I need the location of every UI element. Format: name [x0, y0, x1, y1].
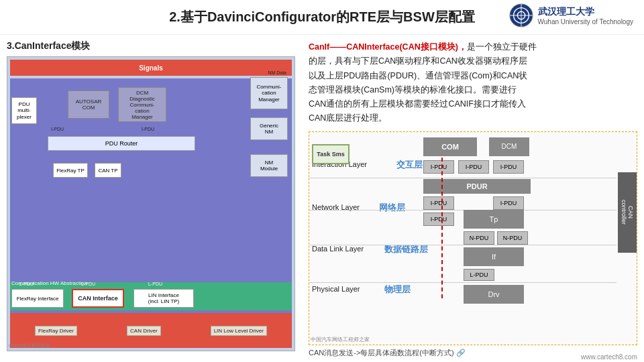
interaction-layer-cn: 交互层 — [396, 159, 423, 171]
section-title: 3.CanInterface模块 — [7, 40, 298, 52]
ipdu-box-4: I-PDU — [423, 196, 454, 210]
description-block: CanIf——CANInterface(CAN接口模块)，是一个独立于硬件 的层… — [309, 40, 637, 126]
physical-layer-cn: 物理层 — [384, 284, 411, 296]
right-watermark-left: 中国汽车网络工程师之家 — [311, 336, 370, 343]
lpdu-label-3: L-PDU — [148, 282, 162, 286]
npdu-box-1: N-PDU — [464, 231, 494, 245]
left-panel: 3.CanInterface模块 Signals PDUmulti-plexer… — [0, 35, 302, 362]
sep-line-4 — [309, 282, 616, 283]
ipdu-box-5: I-PDU — [493, 196, 524, 210]
signals-label: Signals — [139, 64, 163, 72]
can-tp-box: CAN TP — [95, 163, 121, 178]
ipdu-box-3: I-PDU — [493, 160, 524, 174]
ipdu-box-6: I-PDU — [423, 213, 454, 226]
ipdu-label-2: I-PDU — [142, 127, 154, 131]
com-box: COM — [423, 137, 477, 156]
lin-interface-box: LIN Interface(incl. LIN TP) — [133, 289, 194, 308]
tp-box: Tp — [464, 210, 524, 229]
pdu-mux-box: PDUmulti-plexer — [11, 97, 37, 124]
ipdu-box-2: I-PDU — [458, 160, 489, 174]
data-link-layer-en: Data Link Layer — [312, 245, 364, 253]
nm-data-label: NM Data — [268, 70, 286, 75]
ipdu-label-1: I-PDU — [51, 127, 64, 131]
sep-line-3 — [309, 245, 616, 245]
flexray-driver-box: FlexRay Driver — [35, 326, 77, 336]
task-sms-box: Task Sms — [312, 144, 350, 164]
logo-text-area: 武汉理工大学 Wuhan University of Technology — [538, 5, 634, 25]
right-panel: CanIf——CANInterface(CAN接口模块)，是一个独立于硬件 的层… — [302, 35, 644, 362]
top-red-bar: Signals — [10, 60, 292, 76]
main-content: 3.CanInterface模块 Signals PDUmulti-plexer… — [0, 35, 644, 362]
can-controller-box: CANcontroller — [618, 172, 637, 253]
nm-module-box: NMModule — [250, 154, 288, 177]
lpdu-label-1: L-PDU — [19, 282, 34, 286]
website-footer: www.cartech8.com — [581, 353, 637, 361]
can-interface-box: CAN Interface — [72, 289, 124, 308]
university-logo-icon — [508, 3, 534, 28]
sep-line-2 — [309, 210, 616, 210]
if-box: If — [464, 247, 524, 266]
layer-diagram: Task Sms COM DCM Interaction Layer 交互层 I… — [309, 131, 637, 346]
canif-label: CanIf——CANInterface(CAN接口模块)， — [309, 42, 467, 52]
dcm-box-right: DCM — [489, 137, 529, 156]
logo-area: 武汉理工大学 Wuhan University of Technology — [508, 3, 634, 28]
physical-layer-en: Physical Layer — [312, 285, 360, 293]
autosar-com-box: AUTOSARCOM — [68, 90, 109, 119]
university-name-cn: 武汉理工大学 — [538, 5, 634, 17]
npdu-box-2: N-PDU — [497, 231, 528, 245]
page-header: 2.基于DavinciConfigurator的RTE层与BSW层配置 武汉理工… — [0, 0, 644, 35]
ipdu-box-1: I-PDU — [423, 160, 454, 174]
comm-manager-box: Communi-cationManager — [250, 77, 288, 109]
dcm-box: DCMDiagnosticCommuni-cationManager — [118, 87, 166, 122]
flexray-interface-box: FlexRay Interface — [11, 289, 64, 308]
lpdu-box: L-PDU — [464, 269, 494, 281]
pdu-router-box: PDU Router — [48, 136, 195, 151]
generic-nm-box: GenericNM — [250, 117, 288, 140]
left-watermark: CSDN@彭辉的新营 — [9, 343, 50, 349]
flexray-tp-box: FlexRay TP — [53, 163, 88, 178]
lpdu-label-2: L-PDU — [81, 282, 95, 286]
page-title: 2.基于DavinciConfigurator的RTE层与BSW层配置 — [169, 8, 475, 26]
lin-driver-box: LIN Low Level Driver — [211, 326, 267, 336]
sep-line-1 — [309, 178, 616, 178]
drv-box: Drv — [464, 285, 524, 304]
can-driver-box: CAN Driver — [127, 326, 160, 336]
caninterface-diagram: Signals PDUmulti-plexer AUTOSARCOM DCMDi… — [7, 56, 295, 351]
red-arrow-vertical — [441, 158, 443, 298]
network-layer-cn: 网络层 — [379, 202, 405, 214]
drivers-red-bar: FlexRay Driver CAN Driver LIN Low Level … — [10, 313, 292, 348]
pdur-box: PDUR — [423, 179, 531, 194]
university-name-en: Wuhan University of Technology — [538, 18, 634, 25]
